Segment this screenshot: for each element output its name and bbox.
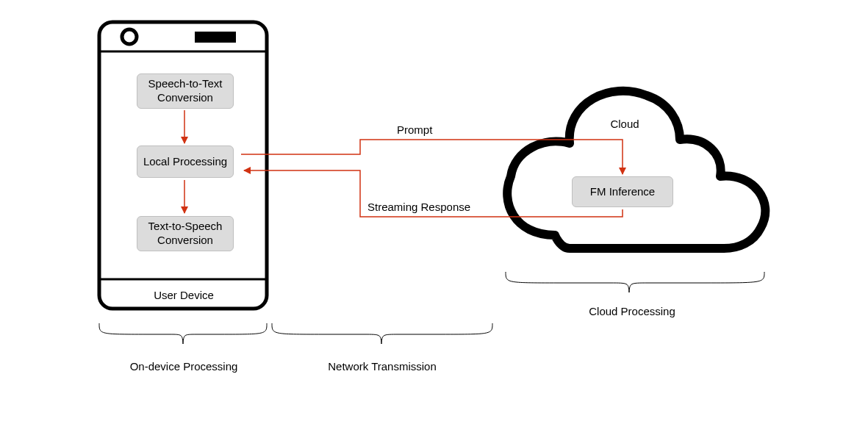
node-label: Local Processing bbox=[143, 155, 227, 169]
brace-cloud bbox=[506, 272, 764, 292]
node-local-processing: Local Processing bbox=[137, 145, 234, 178]
svg-rect-4 bbox=[195, 32, 236, 43]
brace-network bbox=[272, 323, 492, 344]
diagram-stage: Speech-to-TextConversion Local Processin… bbox=[0, 0, 868, 435]
node-label: Speech-to-TextConversion bbox=[148, 77, 223, 105]
node-label: Text-to-SpeechConversion bbox=[148, 220, 223, 248]
node-text-to-speech: Text-to-SpeechConversion bbox=[137, 216, 234, 251]
node-speech-to-text: Speech-to-TextConversion bbox=[137, 73, 234, 109]
label-user-device: User Device bbox=[147, 289, 220, 301]
brace-ondevice bbox=[99, 323, 267, 344]
label-prompt: Prompt bbox=[397, 123, 432, 136]
label-network: Network Transmission bbox=[323, 360, 441, 373]
cloud-title: Cloud bbox=[588, 118, 661, 130]
label-cloud-processing: Cloud Processing bbox=[581, 305, 684, 317]
label-ondevice: On-device Processing bbox=[125, 360, 243, 373]
node-label: FM Inference bbox=[590, 185, 655, 199]
svg-point-3 bbox=[122, 29, 137, 44]
label-response: Streaming Response bbox=[367, 201, 470, 213]
cloud-icon bbox=[507, 91, 765, 248]
node-fm-inference: FM Inference bbox=[572, 176, 673, 207]
